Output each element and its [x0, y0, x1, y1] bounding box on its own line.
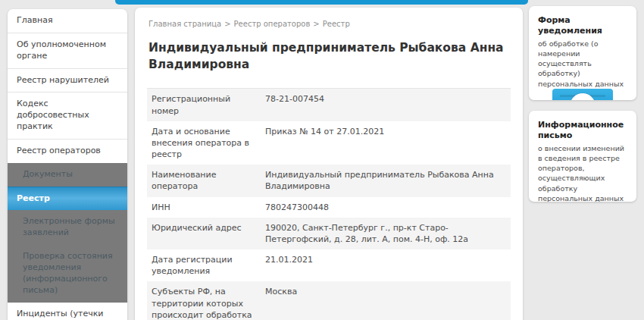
card-text: об обработке (о намерении осуществлять о…	[538, 39, 627, 89]
row-label: Юридический адрес	[147, 218, 261, 249]
row-value: Индивидуальный предприниматель Рыбакова …	[261, 165, 511, 196]
main-content: Главная страница>Реестр операторов>Реест…	[135, 8, 523, 320]
table-row-registration-number: Регистрационный номер 78-21-007454	[147, 89, 511, 121]
check-icon	[570, 93, 596, 100]
right-sidebar: Форма уведомления об обработке (о намере…	[529, 6, 636, 212]
breadcrumb-link-home[interactable]: Главная страница	[148, 20, 221, 28]
row-label: Субъекты РФ, на территории которых проис…	[147, 281, 261, 320]
breadcrumb-link-operators[interactable]: Реестр операторов	[234, 20, 311, 28]
page-title: Индивидуальный предприниматель Рыбакова …	[148, 40, 505, 73]
table-row-notification-date: Дата регистрации уведомления 21.01.2021	[147, 249, 511, 281]
submenu-item-documents[interactable]: Документы	[8, 163, 127, 187]
table-row-subjects-rf: Субъекты РФ, на территории которых проис…	[147, 281, 511, 320]
submenu-item-status-check[interactable]: Проверка состояния уведомления (информац…	[8, 245, 127, 302]
sidebar-item-main[interactable]: Главная	[8, 9, 127, 33]
row-value: Приказ № 14 от 27.01.2021	[261, 121, 511, 165]
row-value: 78-21-007454	[261, 89, 511, 121]
sidebar-nav: Главная Об уполномоченном органе Реестр …	[8, 9, 127, 320]
document-illustration	[552, 89, 613, 100]
card-text: о внесении изменений в сведения в реестр…	[538, 143, 627, 202]
row-value: 21.01.2021	[261, 249, 511, 281]
sidebar-item-authority[interactable]: Об уполномоченном органе	[8, 33, 127, 69]
card-title: Форма уведомления	[538, 15, 627, 37]
table-row-entry-basis: Дата и основание внесения оператора в ре…	[147, 121, 511, 165]
breadcrumb-link-registry[interactable]: Реестр	[323, 20, 350, 28]
sidebar-item-incidents[interactable]: Инциденты (утечки ПД)	[8, 303, 127, 320]
row-label: Наименование оператора	[147, 165, 261, 196]
card-title: Информационное письмо	[538, 120, 627, 142]
sidebar-item-operators-registry[interactable]: Реестр операторов	[8, 140, 127, 163]
row-value: 190020, Санкт-Петербург г., пр-кт Старо-…	[261, 218, 511, 249]
row-label: Регистрационный номер	[147, 89, 261, 121]
row-value: Москва	[261, 281, 511, 320]
sidebar-item-violators-registry[interactable]: Реестр нарушителей	[8, 69, 127, 93]
header-bottom-strip	[115, 0, 528, 5]
row-label: Дата регистрации уведомления	[147, 249, 261, 281]
row-value: 780247300448	[261, 197, 511, 218]
breadcrumb-separator: >	[313, 20, 319, 28]
table-row-legal-address: Юридический адрес 190020, Санкт-Петербур…	[147, 218, 511, 249]
notification-form-card[interactable]: Форма уведомления об обработке (о намере…	[529, 6, 636, 100]
row-label: Дата и основание внесения оператора в ре…	[147, 121, 261, 165]
breadcrumb: Главная страница>Реестр операторов>Реест…	[148, 20, 511, 28]
breadcrumb-separator: >	[224, 20, 230, 28]
table-row-operator-name: Наименование оператора Индивидуальный пр…	[147, 165, 511, 196]
sidebar-item-codex[interactable]: Кодекс добросовестных практик	[8, 93, 127, 140]
submenu-item-eforms[interactable]: Электронные формы заявлений	[8, 210, 127, 245]
submenu-item-registry-active[interactable]: Реестр	[8, 187, 127, 211]
sidebar-submenu: Документы Реестр Электронные формы заявл…	[8, 163, 127, 303]
row-label: ИНН	[147, 197, 261, 218]
info-letter-card[interactable]: Информационное письмо о внесении изменен…	[529, 111, 636, 202]
operator-details-table: Регистрационный номер 78-21-007454 Дата …	[147, 89, 511, 320]
table-row-inn: ИНН 780247300448	[147, 197, 511, 218]
